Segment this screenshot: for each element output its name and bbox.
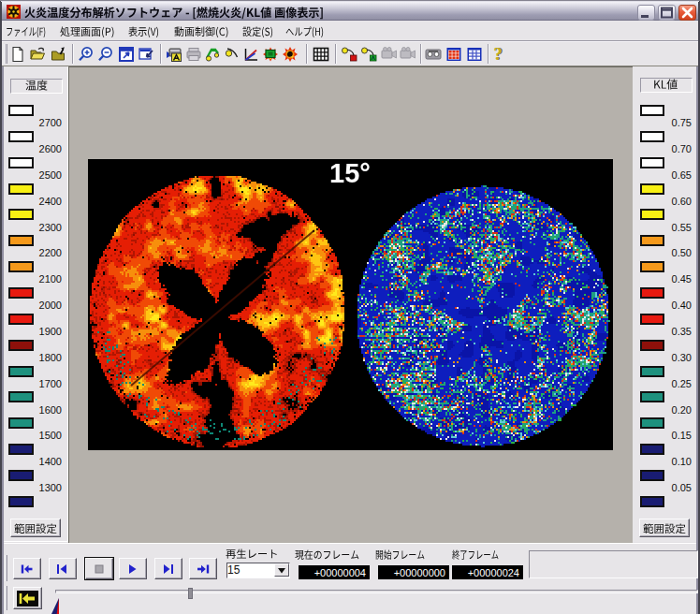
svg-text:?: ? <box>493 46 503 63</box>
